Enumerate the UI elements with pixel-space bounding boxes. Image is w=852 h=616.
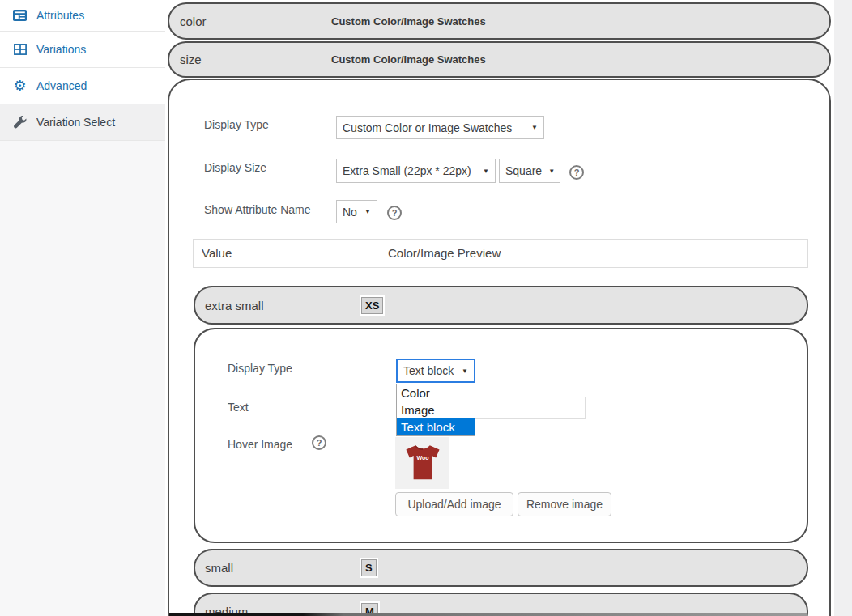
sidebar-item-label: Advanced [36, 79, 87, 92]
display-shape-selected-value: Square [505, 164, 542, 177]
term-name: extra small [205, 299, 264, 312]
display-type-label: Display Type [204, 118, 269, 131]
gear-icon: ⚙ [12, 79, 28, 94]
page-background-strip [834, 0, 852, 616]
term-swatch-preview: S [360, 558, 378, 578]
attribute-name: size [180, 53, 202, 66]
chevron-down-icon: ▼ [531, 124, 538, 131]
term-name: small [205, 561, 233, 575]
term-row-extra-small[interactable]: extra small XS [194, 286, 808, 325]
clipped-panel-edge [169, 613, 807, 616]
term-display-type-dropdown: Color Image Text block [396, 384, 475, 436]
attribute-plugin-title: Custom Color/Image Swatches [331, 53, 486, 66]
display-size-help-icon[interactable] [569, 165, 584, 180]
term-swatch-preview: XS [360, 295, 385, 316]
hover-image-help-icon[interactable] [312, 435, 326, 450]
attribute-name: color [180, 15, 207, 28]
show-attribute-name-label: Show Attribute Name [204, 203, 311, 216]
sidebar-item-variations[interactable]: Variations [0, 32, 165, 68]
chevron-down-icon: ▼ [462, 367, 468, 375]
attribute-row-color[interactable]: color Custom Color/Image Swatches [168, 2, 831, 40]
term-editor-panel: Display Type Text block ▼ Color Image Te… [194, 328, 808, 543]
upload-add-image-button[interactable]: Upload/Add image [395, 492, 513, 516]
swatch-text: S [361, 559, 377, 576]
hover-image-label: Hover Image [228, 438, 292, 451]
chevron-down-icon: ▼ [548, 168, 555, 175]
column-header-preview: Color/Image Preview [388, 246, 501, 260]
tshirt-image: Woo [400, 440, 445, 486]
swatch-text: XS [361, 297, 383, 314]
chevron-down-icon: ▼ [364, 208, 371, 215]
display-size-label: Display Size [204, 161, 266, 174]
product-data-screen: Attributes Variations ⚙ Advanced [0, 0, 852, 616]
term-display-type-label: Display Type [228, 362, 292, 375]
show-attribute-name-select[interactable]: No ▼ [336, 200, 377, 223]
sidebar-item-attributes[interactable]: Attributes [0, 0, 165, 32]
sidebar-item-label: Variations [36, 43, 86, 56]
term-row-small[interactable]: small S [194, 549, 808, 587]
chevron-down-icon: ▼ [483, 168, 489, 175]
term-display-type-selected-value: Text block [403, 364, 454, 377]
attributes-icon [12, 8, 28, 23]
column-header-value: Value [202, 246, 232, 260]
show-attribute-name-help-icon[interactable] [387, 206, 402, 220]
show-attribute-name-selected-value: No [343, 206, 357, 219]
display-shape-select[interactable]: Square ▼ [499, 159, 560, 183]
display-size-select[interactable]: Extra Small (22px * 22px) ▼ [336, 159, 496, 183]
size-settings-panel: Display Type Custom Color or Image Swatc… [168, 79, 831, 616]
dropdown-option-image[interactable]: Image [397, 401, 475, 418]
text-label: Text [228, 401, 249, 414]
sidebar-item-advanced[interactable]: ⚙ Advanced [0, 68, 165, 104]
display-type-select[interactable]: Custom Color or Image Swatches ▼ [336, 116, 544, 139]
dropdown-option-text-block[interactable]: Text block [397, 418, 475, 435]
attribute-plugin-title: Custom Color/Image Swatches [331, 15, 486, 28]
hover-image-thumbnail: Woo [395, 437, 449, 489]
sidebar-item-label: Attributes [36, 9, 84, 22]
dropdown-option-color[interactable]: Color [397, 384, 475, 401]
sidebar: Attributes Variations ⚙ Advanced [0, 0, 165, 616]
remove-image-button[interactable]: Remove image [518, 492, 611, 516]
svg-text:Woo: Woo [416, 455, 428, 461]
sidebar-item-variation-select[interactable]: Variation Select [0, 104, 165, 141]
sidebar-item-label: Variation Select [36, 116, 115, 129]
display-type-selected-value: Custom Color or Image Swatches [343, 121, 512, 134]
attribute-row-size[interactable]: size Custom Color/Image Swatches [168, 41, 831, 78]
wrench-icon [12, 115, 28, 130]
display-size-selected-value: Extra Small (22px * 22px) [343, 164, 471, 177]
term-display-type-select[interactable]: Text block ▼ [396, 359, 475, 383]
values-table-header: Value Color/Image Preview [193, 239, 808, 268]
variations-icon [12, 42, 28, 57]
